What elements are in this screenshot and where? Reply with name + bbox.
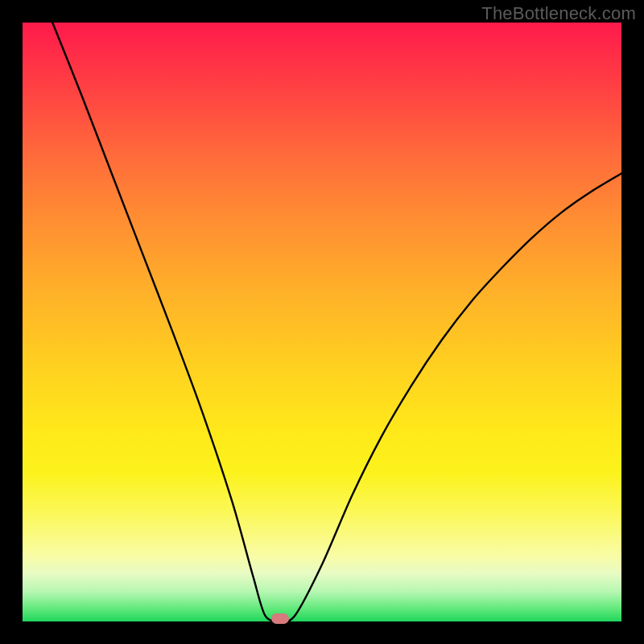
minimum-marker [271, 613, 289, 624]
bottleneck-curve [23, 23, 621, 621]
chart-plot-area [23, 23, 621, 621]
watermark-text: TheBottleneck.com [481, 3, 636, 24]
